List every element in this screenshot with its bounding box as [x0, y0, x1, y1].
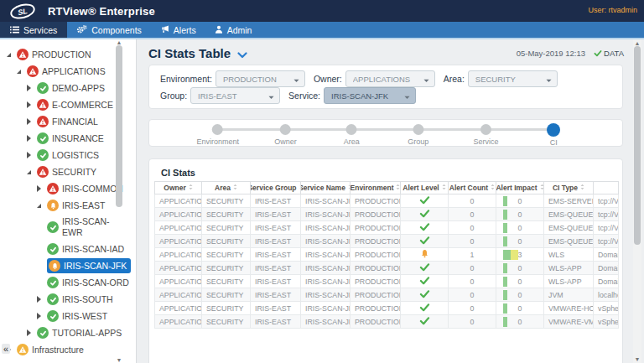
table-row[interactable]: APPLICATIONSSECURITYIRIS-EASTIRIS-SCAN-J… [155, 235, 619, 248]
tree-expander-icon[interactable] [37, 296, 47, 303]
column-header-service-group[interactable]: Service Group [251, 182, 301, 194]
cell-alert-impact: 0 [496, 208, 544, 221]
environment-label: Environment: [160, 74, 212, 84]
scroll-down-icon[interactable]: ▼ [116, 357, 122, 363]
table-row[interactable]: APPLICATIONSSECURITYIRIS-EASTIRIS-SCAN-J… [155, 262, 619, 275]
step-dot [547, 123, 560, 137]
sidebar-scrollbar[interactable]: ▲ ▼ [116, 39, 122, 363]
cell-environment: PRODUCTION [351, 275, 401, 288]
scroll-down-icon[interactable]: ▼ [634, 356, 641, 362]
column-header-alert-level[interactable]: Alert Level [401, 182, 449, 194]
scroll-up-icon[interactable]: ▲ [116, 39, 122, 45]
check-icon [419, 278, 430, 287]
tree-expander-icon[interactable] [37, 204, 47, 208]
sidebar-scrollbar-thumb[interactable] [116, 45, 122, 207]
tree-expander-icon[interactable] [27, 85, 37, 91]
table-row[interactable]: APPLICATIONSSECURITYIRIS-EASTIRIS-SCAN-J… [155, 275, 619, 288]
cell-environment: PRODUCTION [351, 248, 401, 262]
app-title: RTView® Enterprise [48, 5, 155, 18]
table-row[interactable]: APPLICATIONSSECURITYIRIS-EASTIRIS-SCAN-J… [155, 221, 619, 235]
column-label: Alert Count [449, 184, 488, 192]
step-owner[interactable]: Owner [274, 120, 297, 146]
tree-expander-icon[interactable] [7, 53, 17, 57]
column-label: Alert Level [402, 184, 439, 192]
cell-service-group: IRIS-EAST [251, 315, 301, 329]
impact-bar-green [503, 290, 507, 300]
impact-bar-green [503, 223, 507, 233]
nav-item-alerts[interactable]: Alerts [151, 22, 205, 38]
environment-select[interactable]: PRODUCTION [216, 70, 305, 87]
column-label: Alert Impact [496, 184, 538, 192]
table-row[interactable]: APPLICATIONSSECURITYIRIS-EASTIRIS-SCAN-J… [155, 315, 619, 329]
page-title: CI Stats Table [148, 46, 231, 60]
column-header-service-name[interactable]: Service Name [301, 182, 351, 194]
cell-environment: PRODUCTION [351, 315, 401, 329]
tree-expander-icon[interactable] [37, 313, 47, 319]
bell-orange-icon [47, 200, 59, 211]
nav-item-admin[interactable]: Admin [205, 22, 262, 38]
cell-ci-type: WLS-APP [544, 262, 594, 275]
caret-down-icon [423, 71, 429, 86]
cell-ci: tcp://VM [594, 194, 619, 208]
tree-expander-icon[interactable] [27, 152, 37, 158]
column-header-owner[interactable]: Owner [155, 182, 202, 194]
tree-item-label: DEMO-APPS [52, 83, 105, 93]
nav-item-label: Components [91, 25, 142, 35]
table-row[interactable]: APPLICATIONSSECURITYIRIS-EASTIRIS-SCAN-J… [155, 302, 619, 315]
scroll-up-icon[interactable]: ▲ [634, 40, 641, 46]
cell-area: SECURITY [202, 275, 251, 288]
column-header-alert-count[interactable]: Alert Count [449, 182, 496, 194]
owner-select[interactable]: APPLICATIONS [345, 70, 435, 87]
cell-ci-type: VMWARE-HOST [544, 302, 594, 315]
step-group[interactable]: Group [408, 120, 428, 146]
nav-item-services[interactable]: Services [0, 22, 67, 38]
tree-expander-icon[interactable] [27, 101, 37, 108]
group-select[interactable]: IRIS-EAST [190, 87, 280, 104]
cell-alert-impact: 3 [496, 248, 544, 262]
tree-expander-icon[interactable] [27, 118, 37, 125]
check-icon [419, 238, 430, 246]
cell-service-group: IRIS-EAST [251, 235, 301, 248]
alert-red-icon [37, 116, 49, 127]
chevron-down-icon[interactable] [237, 47, 247, 62]
cell-service-group: IRIS-EAST [251, 248, 301, 262]
cell-owner: APPLICATIONS [155, 221, 202, 235]
tree-item-label: APPLICATIONS [42, 66, 106, 76]
cell-environment: PRODUCTION [351, 302, 401, 315]
sl-logo: SL [8, 1, 36, 21]
check-green-icon [37, 82, 49, 94]
main-scrollbar[interactable]: ▲ ▼ [633, 39, 641, 363]
tree-item-label: LOGISTICS [52, 150, 99, 160]
column-header-area[interactable]: Area [202, 182, 251, 194]
alert-red-icon [37, 99, 49, 111]
table-row[interactable]: APPLICATIONSSECURITYIRIS-EASTIRIS-SCAN-J… [155, 208, 619, 221]
tree-expander-icon[interactable] [27, 329, 37, 336]
tree-expander-icon[interactable] [27, 170, 37, 174]
filter-row: Group:IRIS-EASTService:IRIS-SCAN-JFK [160, 87, 611, 104]
cell-service-name: IRIS-SCAN-JFK [301, 221, 351, 235]
cell-alert-count: 1 [449, 248, 496, 262]
step-environment[interactable]: Environment [196, 120, 239, 146]
sidebar-collapse-button[interactable]: « [2, 344, 10, 354]
cell-ci: Domain [594, 275, 619, 288]
table-row[interactable]: APPLICATIONSSECURITYIRIS-EASTIRIS-SCAN-J… [155, 194, 619, 208]
step-service[interactable]: Service [474, 120, 499, 146]
column-header-ci-type[interactable]: CI Type [544, 182, 594, 194]
tree-item-label: Infrastructure [32, 345, 84, 355]
tree-expander-icon[interactable] [37, 185, 47, 192]
service-filter: Service:IRIS-SCAN-JFK [288, 87, 416, 104]
column-header-alert-impact[interactable]: Alert Impact [496, 182, 544, 194]
area-select[interactable]: SECURITY [468, 70, 558, 87]
step-area[interactable]: Area [344, 120, 360, 146]
tree-expander-icon[interactable] [27, 135, 37, 142]
table-row[interactable]: APPLICATIONSSECURITYIRIS-EASTIRIS-SCAN-J… [155, 248, 619, 262]
filter-panel: Environment:PRODUCTIONOwner:APPLICATIONS… [148, 65, 623, 109]
table-row[interactable]: APPLICATIONSSECURITYIRIS-EASTIRIS-SCAN-J… [155, 288, 619, 302]
nav-item-components[interactable]: Components [67, 22, 151, 38]
main-scrollbar-thumb[interactable] [634, 46, 641, 245]
column-header-environment[interactable]: Environment [351, 182, 401, 194]
tree-expander-icon[interactable] [17, 70, 27, 74]
step-ci[interactable]: CI [547, 120, 560, 147]
column-label: Environment [351, 184, 394, 192]
service-select[interactable]: IRIS-SCAN-JFK [324, 87, 416, 104]
